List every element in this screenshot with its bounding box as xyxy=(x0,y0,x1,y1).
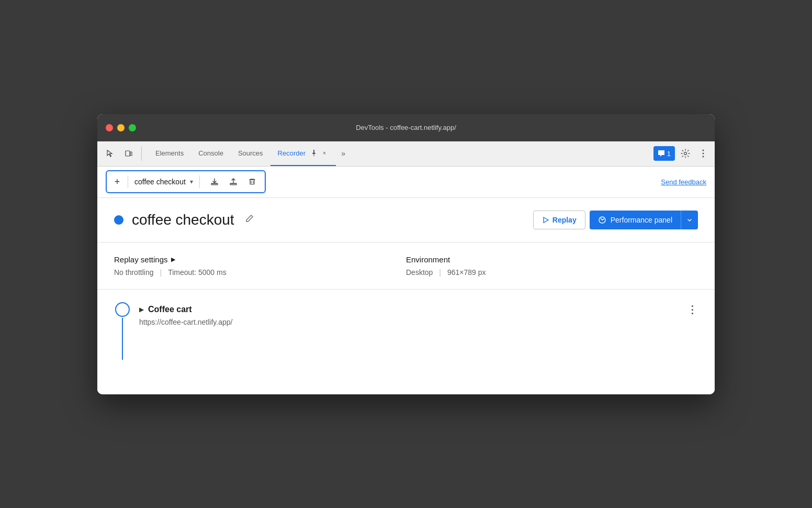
tab-sources[interactable]: Sources xyxy=(231,141,270,166)
settings-section: Replay settings ▶ No throttling | Timeou… xyxy=(97,242,715,290)
toolbar-right: 1 xyxy=(653,145,710,162)
step-url: https://coffee-cart.netlify.app/ xyxy=(139,318,698,326)
devtools-window: DevTools - coffee-cart.netlify.app/ Elem… xyxy=(97,114,715,394)
step-title-row: ▶ Coffee cart ⋮ xyxy=(139,303,698,316)
gear-icon xyxy=(681,149,690,158)
svg-point-2 xyxy=(684,152,687,155)
vertical-dots-icon xyxy=(702,149,704,158)
performance-panel-main-button[interactable]: Performance panel xyxy=(590,211,681,229)
selector-divider-2 xyxy=(199,175,200,188)
replay-settings-panel: Replay settings ▶ No throttling | Timeou… xyxy=(114,255,406,277)
send-feedback-link[interactable]: Send feedback xyxy=(661,178,706,186)
cursor-icon xyxy=(106,149,114,158)
svg-rect-8 xyxy=(250,180,254,184)
traffic-lights xyxy=(106,124,136,131)
selector-divider xyxy=(128,175,128,188)
more-options-button[interactable] xyxy=(696,146,710,161)
environment-panel: Environment Desktop | 961×789 px xyxy=(406,255,698,277)
resolution-value: 961×789 px xyxy=(447,268,486,277)
recording-title: coffee checkout xyxy=(132,212,234,228)
step-expand-button[interactable]: ▶ xyxy=(139,306,144,313)
environment-values: Desktop | 961×789 px xyxy=(406,268,698,277)
step-title: Coffee cart xyxy=(148,305,192,314)
pencil-icon xyxy=(245,214,254,223)
device-icon xyxy=(125,149,133,158)
tab-elements[interactable]: Elements xyxy=(148,141,191,166)
replay-settings-label: Replay settings xyxy=(114,255,168,264)
chat-icon xyxy=(658,150,665,157)
timeout-value: Timeout: 5000 ms xyxy=(168,268,227,277)
tab-recorder[interactable]: Recorder × xyxy=(270,141,336,166)
recorder-toolbar: + coffee checkout ▾ xyxy=(97,167,715,198)
throttling-value: No throttling xyxy=(114,268,153,277)
recording-status-dot xyxy=(114,215,123,225)
close-button[interactable] xyxy=(106,124,113,131)
toolbar-divider-1 xyxy=(141,146,142,161)
environment-label: Environment xyxy=(406,255,450,264)
svg-point-3 xyxy=(703,150,704,151)
trash-icon xyxy=(248,178,256,186)
minimize-button[interactable] xyxy=(117,124,125,131)
recording-actions xyxy=(206,173,261,190)
import-icon xyxy=(229,178,238,186)
settings-divider: | xyxy=(160,268,162,277)
settings-button[interactable] xyxy=(677,145,694,162)
import-recording-button[interactable] xyxy=(225,173,242,190)
edit-recording-button[interactable] xyxy=(245,214,254,226)
new-recording-button[interactable]: + xyxy=(111,175,123,188)
play-icon xyxy=(542,216,549,224)
recorder-tab-close-button[interactable]: × xyxy=(320,149,329,157)
replay-settings-heading[interactable]: Replay settings ▶ xyxy=(114,255,406,264)
recording-selector: + coffee checkout ▾ xyxy=(106,170,266,193)
replay-label: Replay xyxy=(552,216,577,224)
chevron-down-icon xyxy=(686,217,693,223)
tab-console[interactable]: Console xyxy=(191,141,231,166)
replay-button[interactable]: Replay xyxy=(533,211,585,229)
step-circle-indicator xyxy=(115,302,130,317)
perf-panel-label: Performance panel xyxy=(611,216,672,224)
recording-header: coffee checkout Replay xyxy=(97,198,715,242)
more-tabs-button[interactable]: » xyxy=(336,146,351,161)
issues-badge-button[interactable]: 1 xyxy=(653,146,675,161)
export-recording-button[interactable] xyxy=(206,173,223,190)
recording-header-actions: Replay Performance panel xyxy=(533,211,698,229)
maximize-button[interactable] xyxy=(129,124,136,131)
environment-heading: Environment xyxy=(406,255,698,264)
step-timeline xyxy=(114,302,131,360)
performance-icon xyxy=(598,216,606,224)
svg-point-5 xyxy=(703,156,704,158)
delete-recording-button[interactable] xyxy=(244,173,261,190)
step-content: ▶ Coffee cart ⋮ https://coffee-cart.netl… xyxy=(139,302,698,326)
export-icon xyxy=(210,178,219,186)
settings-divider-2: | xyxy=(439,268,441,277)
performance-panel-dropdown-button[interactable] xyxy=(681,211,698,229)
window-title: DevTools - coffee-cart.netlify.app/ xyxy=(356,124,456,131)
svg-point-4 xyxy=(703,153,704,154)
step-more-options-button[interactable]: ⋮ xyxy=(687,303,698,316)
replay-settings-arrow-icon: ▶ xyxy=(171,256,175,263)
svg-rect-1 xyxy=(130,152,132,156)
step-connector-line xyxy=(122,318,123,360)
tab-list: Elements Console Sources Recorder × » xyxy=(148,141,351,166)
replay-settings-values: No throttling | Timeout: 5000 ms xyxy=(114,268,406,277)
inspect-element-button[interactable] xyxy=(102,145,118,162)
steps-section: ▶ Coffee cart ⋮ https://coffee-cart.netl… xyxy=(97,290,715,394)
recording-dropdown[interactable]: coffee checkout ▾ xyxy=(132,178,195,186)
svg-rect-0 xyxy=(126,151,130,156)
pin-icon xyxy=(311,149,317,157)
toolbar: Elements Console Sources Recorder × » xyxy=(97,141,715,167)
titlebar: DevTools - coffee-cart.netlify.app/ xyxy=(97,114,715,141)
dropdown-chevron-icon: ▾ xyxy=(190,178,193,185)
device-type-value: Desktop xyxy=(406,268,433,277)
device-toggle-button[interactable] xyxy=(120,145,137,162)
main-content: coffee checkout Replay xyxy=(97,198,715,394)
performance-panel-button-group: Performance panel xyxy=(590,211,698,229)
selected-recording-label: coffee checkout xyxy=(134,178,186,186)
step-item: ▶ Coffee cart ⋮ https://coffee-cart.netl… xyxy=(114,302,698,360)
